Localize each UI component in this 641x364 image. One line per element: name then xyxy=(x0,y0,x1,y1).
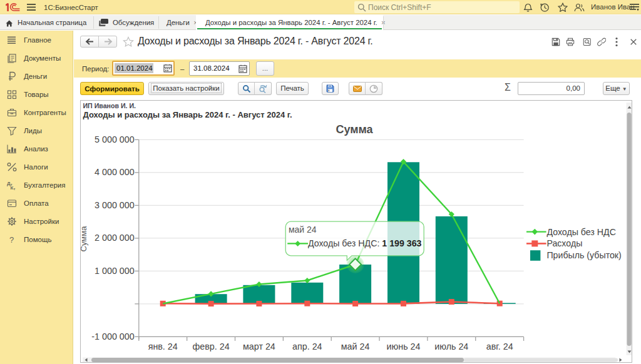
svg-text:Кт: Кт xyxy=(11,185,16,190)
svg-text:май 24: май 24 xyxy=(341,341,370,351)
svg-text:Прибыль (убыток): Прибыль (убыток) xyxy=(546,250,621,260)
svg-text:Расходы: Расходы xyxy=(546,238,582,248)
svg-text:янв. 24: янв. 24 xyxy=(148,341,178,351)
svg-text:май 24: май 24 xyxy=(289,225,317,235)
svg-text:февр. 24: февр. 24 xyxy=(193,341,230,351)
svg-text:июнь 24: июнь 24 xyxy=(387,341,421,351)
svg-text:-1 000 000: -1 000 000 xyxy=(91,331,134,341)
svg-text:апр. 24: апр. 24 xyxy=(292,341,322,351)
svg-text:?: ? xyxy=(9,235,14,245)
svg-text:1 000 000: 1 000 000 xyxy=(95,266,135,276)
svg-text:Доходы и расходы за Январь 202: Доходы и расходы за Январь 2024 г. - Авг… xyxy=(83,110,292,119)
svg-text:авг. 24: авг. 24 xyxy=(486,341,513,351)
svg-text:Доходы без НДС: 1 199 363: Доходы без НДС: 1 199 363 xyxy=(308,238,422,248)
svg-text:2 000 000: 2 000 000 xyxy=(95,233,135,243)
svg-text:ИП Иванов И. И.: ИП Иванов И. И. xyxy=(83,102,136,109)
svg-text:3 000 000: 3 000 000 xyxy=(95,200,135,210)
svg-text:июль 24: июль 24 xyxy=(434,341,468,351)
svg-text:4 000 000: 4 000 000 xyxy=(95,167,135,177)
svg-text:Сумма: Сумма xyxy=(336,123,373,136)
svg-text:Сумма: Сумма xyxy=(81,226,88,252)
svg-text:март 24: март 24 xyxy=(243,341,275,351)
svg-text:5 000 000: 5 000 000 xyxy=(95,134,135,144)
svg-text:Доходы без НДС: Доходы без НДС xyxy=(546,227,616,237)
